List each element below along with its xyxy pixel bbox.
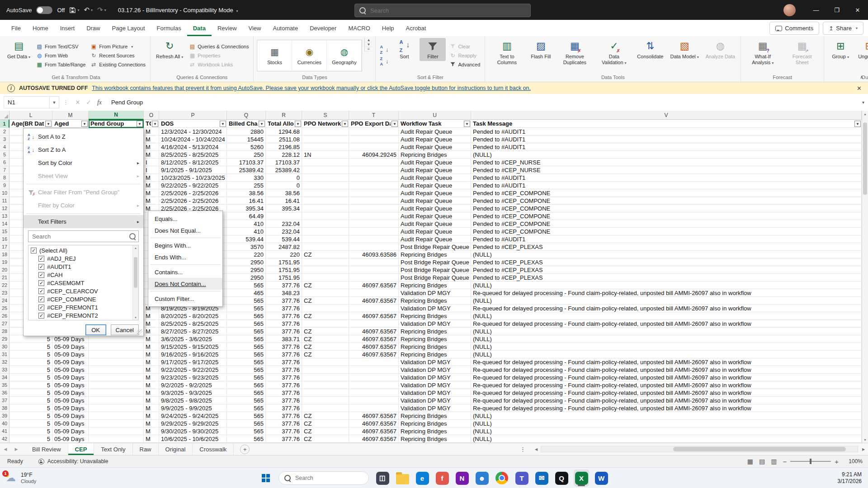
- cell[interactable]: 377.76: [266, 427, 302, 435]
- comments-button[interactable]: Comments: [769, 22, 819, 35]
- row-header-20[interactable]: 20: [0, 266, 9, 274]
- from-table-range-button[interactable]: ▦From Table/Range: [35, 61, 87, 68]
- row-header-21[interactable]: 21: [0, 274, 9, 282]
- get-data-button[interactable]: ▤ Get Data▾: [5, 38, 33, 61]
- filter-value-item[interactable]: ✓#ADJ_REJ: [31, 254, 131, 263]
- minimize-button[interactable]: —: [806, 0, 826, 20]
- cell[interactable]: 228.12: [266, 151, 302, 159]
- cell[interactable]: Audit Repair Queue: [399, 220, 471, 228]
- cell[interactable]: 3/6/2025 - 3/6/2025: [159, 335, 227, 343]
- cell[interactable]: 377.76: [266, 351, 302, 358]
- cell[interactable]: 5: [9, 366, 52, 374]
- cell[interactable]: 46097.63567: [349, 312, 399, 320]
- cell[interactable]: (NULL): [471, 412, 862, 420]
- cell[interactable]: M: [144, 174, 159, 182]
- cell[interactable]: Pended to #AUDIT1: [471, 136, 862, 143]
- queries-connections-button[interactable]: ▤Queries & Connections: [188, 43, 250, 50]
- cancel-button[interactable]: Cancel: [111, 324, 139, 335]
- cell[interactable]: 377.76: [266, 297, 302, 305]
- cell[interactable]: 539.44: [266, 235, 302, 243]
- cell[interactable]: Audit Repair Queue: [399, 182, 471, 189]
- cell[interactable]: Audit Repair Queue: [399, 235, 471, 243]
- cell[interactable]: Re-queued for delayed processing - Found…: [471, 289, 862, 297]
- cell[interactable]: Repricing Bridges: [399, 282, 471, 289]
- cell[interactable]: CZ: [302, 251, 349, 258]
- menu-sort-z-to-a[interactable]: ZA↓ Sort Z to A: [24, 143, 143, 156]
- ok-button[interactable]: OK: [85, 324, 106, 335]
- row-header-30[interactable]: 30: [0, 343, 9, 351]
- cell[interactable]: [302, 228, 349, 235]
- cell[interactable]: 232.04: [266, 228, 302, 235]
- cell[interactable]: M: [144, 389, 159, 397]
- redo-button[interactable]: ↷▾: [97, 6, 106, 14]
- taskbar-search[interactable]: [278, 471, 369, 485]
- cell[interactable]: 377.76: [266, 343, 302, 351]
- cell[interactable]: [349, 374, 399, 381]
- filter-value-item[interactable]: ✓#CAH: [31, 271, 131, 279]
- row-header-11[interactable]: 11: [0, 197, 9, 205]
- cell[interactable]: 377.76: [266, 435, 302, 443]
- sheet-nav-right-icon[interactable]: ▶: [11, 443, 22, 455]
- menu-sheet-view[interactable]: Sheet View▸: [24, 169, 143, 183]
- cell[interactable]: 46097.63567: [349, 427, 399, 435]
- menu-text-filters[interactable]: Text Filters▸: [24, 215, 143, 228]
- ribbon-tab-review[interactable]: Review: [212, 20, 243, 36]
- filter-dropdown-Q[interactable]: ▼: [259, 121, 265, 127]
- cell[interactable]: Pended to #CEP_NURSE: [471, 166, 862, 174]
- cell[interactable]: Audit Repair Queue: [399, 205, 471, 212]
- cell[interactable]: 5: [9, 435, 52, 443]
- cell[interactable]: 46097.63567: [349, 343, 399, 351]
- header-cell-S[interactable]: PPO Network▼: [302, 120, 349, 128]
- cell[interactable]: CZ: [302, 351, 349, 358]
- consolidate-button[interactable]: ⇅ Consolidate: [635, 38, 665, 61]
- cell[interactable]: 05-09 Days: [52, 343, 89, 351]
- cell[interactable]: 330: [227, 174, 266, 182]
- cell[interactable]: 465: [227, 289, 266, 297]
- row-header-29[interactable]: 29: [0, 335, 9, 343]
- cell[interactable]: 46093.63586: [349, 251, 399, 258]
- cell[interactable]: 2/25/2026 - 2/25/2026: [159, 197, 227, 205]
- data-type-geography[interactable]: ◍Geography: [327, 40, 362, 71]
- cell[interactable]: 2/25/2026 - 2/25/2026: [159, 189, 227, 197]
- cell[interactable]: 9/17/2025 - 9/17/2025: [159, 358, 227, 366]
- cell[interactable]: 250: [227, 151, 266, 159]
- filter-value-item[interactable]: ✓#CEP_FREMONT1: [31, 303, 131, 311]
- cell[interactable]: Pended to #AUDIT1: [471, 235, 862, 243]
- cell[interactable]: 9/15/2025 - 9/15/2025: [159, 343, 227, 351]
- cell[interactable]: M: [144, 351, 159, 358]
- cell[interactable]: 565: [227, 297, 266, 305]
- cell[interactable]: 9/30/2025 - 9/30/2025: [159, 427, 227, 435]
- cell[interactable]: 565: [227, 397, 266, 404]
- cell[interactable]: Re-queued for delayed processing - Found…: [471, 305, 862, 312]
- cell[interactable]: 16.41: [266, 197, 302, 205]
- cell[interactable]: (NULL): [471, 335, 862, 343]
- cell[interactable]: 565: [227, 305, 266, 312]
- data-model-button[interactable]: ▧ Data Model▾: [668, 38, 701, 61]
- cell[interactable]: (NULL): [471, 427, 862, 435]
- cell[interactable]: Pended to #CEP_COMPONE: [471, 205, 862, 212]
- ribbon-tab-file[interactable]: File: [5, 20, 27, 36]
- filter-value-item[interactable]: ✓#CEP_COMPONE: [31, 295, 131, 303]
- cell[interactable]: 255: [227, 182, 266, 189]
- titlebar-search[interactable]: [354, 4, 531, 17]
- cell[interactable]: [349, 289, 399, 297]
- cell[interactable]: 46094.29245: [349, 151, 399, 159]
- column-letter-U[interactable]: U: [399, 111, 471, 120]
- from-web-button[interactable]: ◍From Web: [35, 52, 87, 59]
- cell[interactable]: [349, 235, 399, 243]
- cell[interactable]: 10/6/2025 - 10/6/2025: [159, 435, 227, 443]
- cell[interactable]: 377.76: [266, 320, 302, 328]
- cell[interactable]: Re-queued for delayed processing - Found…: [471, 404, 862, 412]
- insert-function-button[interactable]: fx: [94, 99, 105, 106]
- row-header-2[interactable]: 2: [0, 128, 9, 136]
- cell[interactable]: Repricing Bridges: [399, 328, 471, 335]
- collapse-ribbon-button[interactable]: ∧: [860, 74, 863, 80]
- cell[interactable]: 565: [227, 435, 266, 443]
- cell[interactable]: 25389.42: [266, 166, 302, 174]
- from-picture-button[interactable]: ▣From Picture▾: [89, 43, 147, 50]
- cell[interactable]: Post Bridge Repair Queue: [399, 266, 471, 274]
- cell[interactable]: (NULL): [471, 328, 862, 335]
- menu-clear-filter[interactable]: ✗ Clear Filter From "Pend Group": [24, 186, 143, 199]
- cell[interactable]: M: [144, 397, 159, 404]
- cell[interactable]: [349, 397, 399, 404]
